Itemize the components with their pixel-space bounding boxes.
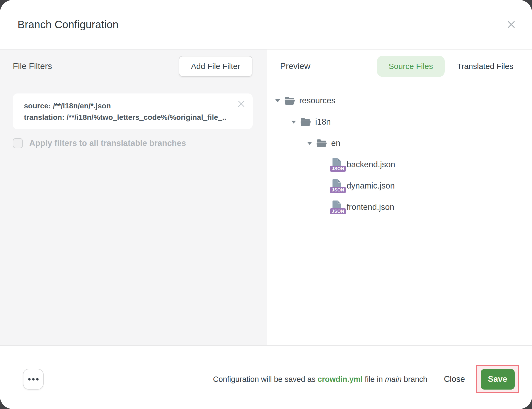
file-filters-header: File Filters Add File Filter (0, 50, 267, 83)
tree-item-label: i18n (315, 117, 331, 127)
tree-item-label: backend.json (347, 160, 395, 169)
modal-body: File Filters Add File Filter source: /**… (0, 50, 532, 345)
json-badge: JSON (330, 166, 346, 172)
more-options-button[interactable] (23, 369, 44, 390)
apply-filters-row: Apply filters to all translatable branch… (13, 138, 253, 148)
tree-item-i18n[interactable]: i18n (275, 111, 532, 133)
branch-name: main (385, 375, 402, 383)
preview-panel: Preview Source Files Translated Files re… (267, 50, 532, 345)
filter-translation-pattern: translation: /**/i18n/%two_letters_code%… (24, 112, 226, 123)
tree-item-dynamic-json[interactable]: JSONdynamic.json (275, 175, 532, 197)
json-file-icon: JSON (332, 200, 342, 214)
tree-item-backend-json[interactable]: JSONbackend.json (275, 154, 532, 175)
tree-item-resources[interactable]: resources (275, 90, 532, 111)
add-file-filter-button[interactable]: Add File Filter (179, 56, 252, 77)
close-button[interactable]: Close (442, 374, 467, 384)
preview-title: Preview (280, 61, 310, 71)
tab-translated-files[interactable]: Translated Files (457, 62, 513, 71)
file-filters-title: File Filters (13, 61, 52, 71)
modal-header: Branch Configuration (0, 0, 532, 50)
preview-tabs: Source Files Translated Files (377, 56, 513, 77)
folder-icon (300, 117, 311, 126)
chevron-down-icon[interactable] (307, 142, 312, 145)
ellipsis-icon (28, 378, 31, 381)
tab-source-files[interactable]: Source Files (377, 56, 445, 77)
json-file-icon: JSON (332, 158, 342, 171)
branch-configuration-modal: Branch Configuration File Filters Add Fi… (0, 0, 532, 409)
apply-filters-label: Apply filters to all translatable branch… (29, 138, 186, 148)
file-filters-panel: File Filters Add File Filter source: /**… (0, 50, 267, 345)
tree-item-label: dynamic.json (347, 181, 395, 191)
save-button[interactable]: Save (481, 369, 515, 390)
file-filter-card[interactable]: source: /**/i18n/en/*.json translation: … (13, 93, 253, 129)
modal-footer: Configuration will be saved as crowdin.y… (0, 345, 532, 409)
json-file-icon: JSON (332, 179, 342, 193)
file-tree: resourcesi18nenJSONbackend.jsonJSONdynam… (267, 83, 532, 218)
json-badge: JSON (330, 187, 346, 193)
apply-filters-checkbox[interactable] (13, 138, 23, 148)
remove-filter-icon[interactable] (237, 100, 245, 108)
file-filters-list: source: /**/i18n/en/*.json translation: … (0, 83, 267, 148)
json-badge: JSON (330, 208, 346, 215)
chevron-down-icon[interactable] (275, 99, 280, 102)
filter-source-pattern: source: /**/i18n/en/*.json (24, 100, 226, 112)
folder-icon (284, 96, 295, 105)
tree-item-en[interactable]: en (275, 133, 532, 154)
page-title: Branch Configuration (18, 19, 505, 31)
tree-item-label: frontend.json (347, 202, 394, 212)
tree-item-label: en (331, 138, 340, 148)
screen: Branch Configuration File Filters Add Fi… (0, 0, 532, 409)
save-button-highlight: Save (476, 365, 519, 393)
tree-item-label: resources (299, 96, 335, 105)
folder-icon (316, 139, 327, 148)
tree-item-frontend-json[interactable]: JSONfrontend.json (275, 197, 532, 218)
crowdin-yml-link[interactable]: crowdin.yml (318, 375, 363, 383)
close-icon[interactable] (505, 19, 517, 30)
chevron-down-icon[interactable] (291, 121, 296, 124)
preview-header: Preview Source Files Translated Files (267, 50, 532, 83)
save-note: Configuration will be saved as crowdin.y… (213, 375, 427, 384)
